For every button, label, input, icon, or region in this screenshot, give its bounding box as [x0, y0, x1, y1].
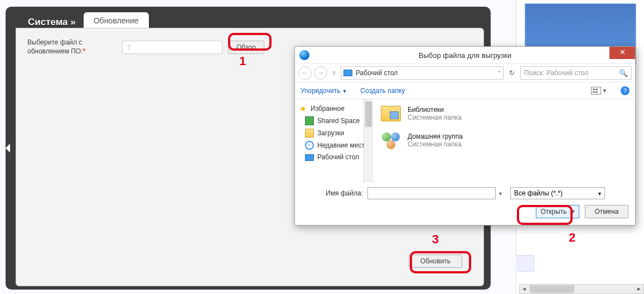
filename-dropdown-icon[interactable]: ▾	[496, 190, 505, 197]
filetype-label: Все файлы (*.*)	[514, 189, 563, 197]
refresh-button[interactable]: ↻	[506, 69, 518, 77]
file-type: Системная папка	[408, 114, 462, 121]
nav-up-button[interactable]: ↑	[330, 68, 338, 77]
dialog-nav: ← → ↑ Рабочий стол ˅ ↻ Поиск: Рабочий ст…	[295, 63, 635, 82]
file-item-homegroup[interactable]: Домашняя группа Системная папка	[380, 130, 628, 150]
homegroup-icon	[381, 131, 401, 149]
tab-update[interactable]: Обновление	[84, 12, 149, 28]
search-icon: 🔍	[619, 69, 628, 77]
horizontal-scrollbar[interactable]: ◄ ►	[519, 284, 644, 294]
required-mark: *	[83, 47, 86, 55]
open-split-icon	[570, 210, 575, 213]
organize-menu[interactable]: Упорядочить▼	[301, 87, 347, 95]
file-list: Библиотеки Системная папка Домашняя груп…	[373, 99, 635, 183]
tree-scroll-thumb[interactable]	[365, 101, 372, 127]
desktop-icon	[343, 70, 352, 76]
recent-icon	[305, 141, 314, 150]
search-input[interactable]: Поиск: Рабочий стол 🔍	[520, 66, 632, 80]
scroll-right-icon[interactable]: ►	[635, 285, 643, 293]
file-open-dialog: Выбор файла для выгрузки ✕ ← → ↑ Рабочий…	[294, 46, 636, 226]
dialog-title: Выбор файла для выгрузки	[419, 51, 511, 60]
filename-input[interactable]	[367, 187, 496, 199]
marker-1: 1	[239, 54, 246, 68]
file-type: Системная папка	[408, 140, 463, 148]
expand-handle-icon[interactable]	[6, 144, 10, 153]
browse-button[interactable]: Обзор	[228, 41, 264, 54]
tree-recent[interactable]: Недавние места	[297, 139, 370, 151]
folder-icon	[305, 129, 314, 138]
view-mode-button[interactable]: ▼	[591, 87, 607, 95]
tree-downloads[interactable]: Загрузки	[297, 127, 370, 139]
open-button-label: Открыть	[540, 208, 566, 215]
libraries-icon	[381, 106, 401, 121]
marker-2: 2	[569, 231, 575, 245]
thumbnail-small[interactable]	[517, 255, 534, 272]
tree-favorites[interactable]: ★ Избранное	[297, 102, 370, 115]
address-dropdown-icon[interactable]: ˅	[498, 70, 501, 76]
update-button[interactable]: Обновить	[409, 254, 462, 268]
file-item-libraries[interactable]: Библиотеки Системная папка	[380, 104, 628, 124]
cancel-button[interactable]: Отмена	[585, 205, 628, 218]
open-button[interactable]: Открыть	[536, 205, 579, 218]
tree-shared-space[interactable]: Shared Space	[297, 115, 370, 127]
file-select-label-text: Выберите файл с обновлением ПО:	[27, 38, 83, 55]
close-button[interactable]: ✕	[609, 47, 635, 59]
scroll-left-icon[interactable]: ◄	[520, 285, 529, 293]
star-icon: ★	[298, 104, 307, 113]
file-select-label: Выберите файл с обновлением ПО:*	[27, 38, 117, 56]
dialog-bottom: Имя файла: ▾ Все файлы (*.*) ▾ Открыть О…	[295, 183, 635, 225]
filename-label: Имя файла:	[302, 189, 363, 197]
address-bar[interactable]: Рабочий стол ˅	[341, 66, 503, 80]
scroll-thumb[interactable]	[530, 285, 574, 293]
filetype-select[interactable]: Все файлы (*.*) ▾	[510, 187, 605, 199]
dialog-titlebar[interactable]: Выбор файла для выгрузки ✕	[295, 47, 635, 63]
tree-desktop[interactable]: Рабочий стол	[297, 151, 370, 163]
nav-back-button[interactable]: ←	[298, 66, 312, 80]
nav-tree: ★ Избранное Shared Space Загрузки Недавн…	[295, 99, 373, 183]
file-name: Библиотеки	[408, 106, 462, 114]
tree-item-label: Рабочий стол	[317, 153, 359, 161]
help-button[interactable]: ?	[621, 86, 630, 95]
dialog-toolbar: Упорядочить▼ Создать папку ▼ ?	[295, 82, 635, 99]
tree-item-label: Недавние места	[317, 141, 368, 149]
file-name: Домашняя группа	[408, 133, 463, 140]
page-background: Система » Обновление Выберите файл с обн…	[0, 0, 644, 294]
upload-icon: ⇧	[126, 43, 133, 52]
tree-scrollbar[interactable]	[364, 99, 372, 183]
tree-item-label: Shared Space	[317, 117, 360, 125]
ie-icon	[299, 50, 309, 60]
organize-label: Упорядочить	[301, 87, 340, 95]
marker-3: 3	[432, 232, 439, 247]
address-text: Рабочий стол	[356, 69, 495, 77]
tree-item-label: Загрузки	[317, 129, 344, 137]
file-path-input[interactable]: ⇧	[122, 41, 222, 54]
shared-icon	[305, 116, 314, 125]
breadcrumb[interactable]: Система »	[28, 17, 76, 28]
chevron-down-icon: ▾	[598, 190, 601, 197]
nav-forward-button[interactable]: →	[314, 66, 327, 80]
tree-item-label: Избранное	[311, 105, 345, 112]
desktop-icon	[305, 154, 314, 161]
new-folder-button[interactable]: Создать папку	[360, 87, 405, 95]
search-placeholder: Поиск: Рабочий стол	[524, 69, 616, 77]
